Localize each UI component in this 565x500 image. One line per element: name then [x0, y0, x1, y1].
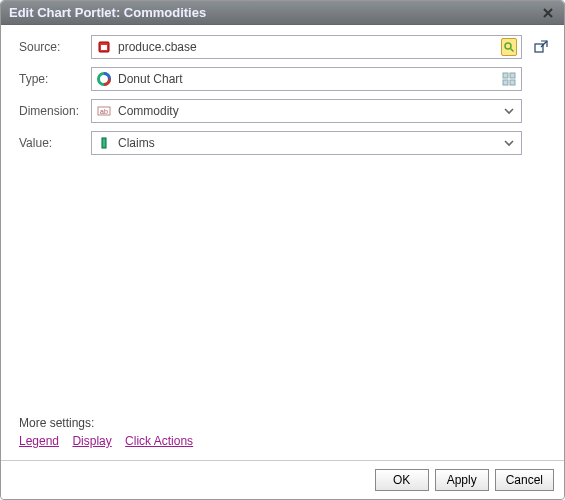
value-value: Claims	[118, 136, 495, 150]
titlebar: Edit Chart Portlet: Commodities	[1, 1, 564, 25]
row-type: Type: Donut Chart	[19, 67, 550, 91]
source-value: produce.cbase	[118, 40, 495, 54]
svg-rect-6	[503, 73, 508, 78]
form: Source: produce.cbase	[19, 35, 550, 155]
link-legend[interactable]: Legend	[19, 434, 59, 448]
svg-rect-4	[535, 44, 543, 52]
grid-icon[interactable]	[501, 71, 517, 87]
text-field-icon: ab	[96, 103, 112, 119]
type-field[interactable]: Donut Chart	[91, 67, 522, 91]
row-dimension: Dimension: ab Commodity	[19, 99, 550, 123]
svg-rect-7	[510, 73, 515, 78]
svg-rect-12	[102, 138, 106, 148]
dialog-body: Source: produce.cbase	[1, 25, 564, 460]
link-display[interactable]: Display	[72, 434, 111, 448]
dimension-field[interactable]: ab Commodity	[91, 99, 522, 123]
edit-chart-portlet-dialog: Edit Chart Portlet: Commodities Source: …	[0, 0, 565, 500]
label-type: Type:	[19, 72, 85, 86]
popout-icon[interactable]	[532, 38, 550, 56]
dialog-title: Edit Chart Portlet: Commodities	[9, 5, 206, 20]
chevron-down-icon	[501, 135, 517, 151]
svg-rect-9	[510, 80, 515, 85]
label-value: Value:	[19, 136, 85, 150]
chevron-down-icon	[501, 103, 517, 119]
source-field[interactable]: produce.cbase	[91, 35, 522, 59]
cancel-button[interactable]: Cancel	[495, 469, 554, 491]
svg-text:ab: ab	[100, 108, 108, 115]
more-settings-links: Legend Display Click Actions	[19, 434, 550, 448]
type-value: Donut Chart	[118, 72, 495, 86]
row-value: Value: Claims	[19, 131, 550, 155]
svg-rect-1	[101, 45, 107, 50]
svg-line-3	[511, 49, 514, 52]
dimension-value: Commodity	[118, 104, 495, 118]
apply-button[interactable]: Apply	[435, 469, 489, 491]
more-settings-title: More settings:	[19, 416, 550, 430]
dialog-footer: OK Apply Cancel	[1, 460, 564, 499]
label-dimension: Dimension:	[19, 104, 85, 118]
close-icon[interactable]	[540, 5, 556, 21]
database-icon	[96, 39, 112, 55]
bar-icon	[96, 135, 112, 151]
row-source: Source: produce.cbase	[19, 35, 550, 59]
link-click-actions[interactable]: Click Actions	[125, 434, 193, 448]
svg-point-2	[505, 43, 511, 49]
value-field[interactable]: Claims	[91, 131, 522, 155]
label-source: Source:	[19, 40, 85, 54]
donut-chart-icon	[96, 71, 112, 87]
more-settings: More settings: Legend Display Click Acti…	[19, 416, 550, 454]
svg-rect-8	[503, 80, 508, 85]
ok-button[interactable]: OK	[375, 469, 429, 491]
search-icon[interactable]	[501, 39, 517, 55]
